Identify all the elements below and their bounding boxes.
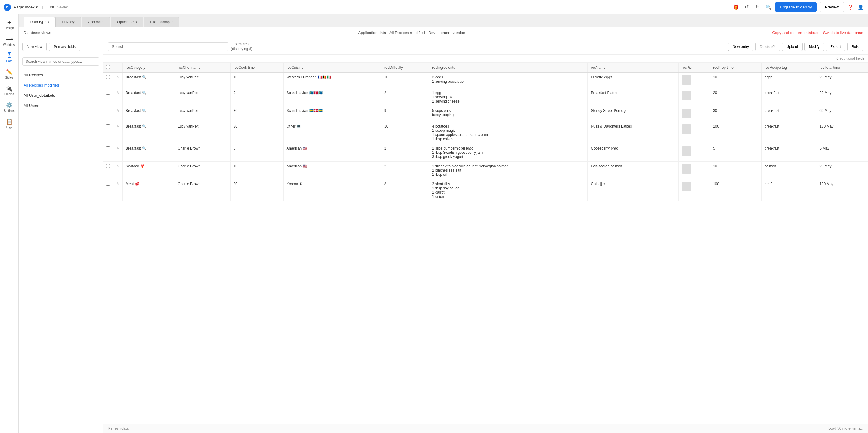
sidebar-item-settings[interactable]: ⚙️ Settings — [1, 99, 18, 115]
cell-cuisine: Western European 🇫🇷🇧🇪🇮🇹 — [283, 73, 381, 88]
search-views-container — [19, 55, 103, 68]
delete-button[interactable]: Delete (0) — [755, 42, 780, 51]
cell-pic — [678, 106, 710, 122]
view-item-all-users[interactable]: All Users ⧉ ✎ — [19, 100, 103, 111]
row-edit-cell[interactable]: ✎ — [113, 88, 123, 106]
row-checkbox[interactable] — [106, 164, 110, 168]
row-edit-cell[interactable]: ✎ — [113, 122, 123, 144]
tab-file-manager[interactable]: File manager — [144, 17, 179, 27]
switch-live-button[interactable]: Switch to live database — [823, 30, 863, 35]
gift-icon[interactable]: 🎁 — [733, 4, 740, 11]
sidebar-item-logs[interactable]: 📋 Logs — [1, 116, 18, 132]
row-checkbox[interactable] — [106, 75, 110, 79]
redo-icon[interactable]: ↻ — [754, 4, 761, 11]
row-checkbox[interactable] — [106, 91, 110, 95]
copy-view-button[interactable]: ⧉ — [89, 103, 93, 108]
upload-button[interactable]: Upload — [782, 42, 803, 51]
row-checkbox[interactable] — [106, 109, 110, 113]
row-checkbox[interactable] — [106, 146, 110, 150]
tab-option-sets[interactable]: Option sets — [111, 17, 143, 27]
new-entry-button[interactable]: New entry — [728, 42, 753, 51]
row-edit-cell[interactable]: ✎ — [113, 162, 123, 179]
cell-pic — [678, 144, 710, 162]
search-icon[interactable]: 🔍 — [765, 4, 772, 11]
cell-cuisine: Scandinavian 🇸🇪🇩🇰🇸🇪 — [283, 106, 381, 122]
col-recIngredients[interactable]: recIngredients — [429, 63, 588, 73]
new-view-button[interactable]: New view — [22, 42, 47, 51]
main-layout: ✦ Design ⟶ Workflow 🗄 Data ✏️ Styles 🔌 P… — [0, 15, 868, 433]
sidebar-item-plugins[interactable]: 🔌 Plugins — [1, 83, 18, 98]
row-edit-cell[interactable]: ✎ — [113, 179, 123, 201]
row-edit-cell[interactable]: ✎ — [113, 106, 123, 122]
col-recDifficulty[interactable]: recDifficulty — [381, 63, 429, 73]
cell-category: Seafood 🦞 — [123, 162, 175, 179]
edit-label: Edit — [47, 5, 54, 9]
chevron-down-icon[interactable]: ▾ — [36, 5, 38, 9]
left-sidebar: ✦ Design ⟶ Workflow 🗄 Data ✏️ Styles 🔌 P… — [0, 15, 19, 433]
col-recCookTime[interactable]: recCook time — [230, 63, 283, 73]
cell-name: Russ & Daughters Latkes — [588, 122, 678, 144]
modify-button[interactable]: Modify — [804, 42, 824, 51]
tab-app-data[interactable]: App data — [82, 17, 110, 27]
copy-view-button[interactable]: ⧉ — [89, 82, 93, 88]
row-checkbox[interactable] — [106, 182, 110, 186]
undo-icon[interactable]: ↺ — [743, 4, 750, 11]
export-button[interactable]: Export — [826, 42, 845, 51]
cell-prep-time: 10 — [710, 73, 761, 88]
row-checkbox[interactable] — [106, 124, 110, 128]
col-recPrepTime[interactable]: recPrep time — [710, 63, 761, 73]
cell-difficulty: 10 — [381, 73, 429, 88]
copy-restore-button[interactable]: Copy and restore database — [772, 30, 819, 35]
col-recCuisine[interactable]: recCuisine — [283, 63, 381, 73]
sidebar-item-data[interactable]: 🗄 Data — [1, 50, 18, 65]
row-edit-cell[interactable]: ✎ — [113, 144, 123, 162]
col-recPic[interactable]: recPic — [678, 63, 710, 73]
sidebar-item-styles[interactable]: ✏️ Styles — [1, 66, 18, 82]
cell-cuisine: Scandinavian 🇸🇪🇩🇰🇸🇪 — [283, 88, 381, 106]
load-more-button[interactable]: Load 50 more items... — [828, 426, 863, 431]
view-item-all-user-detaileds[interactable]: All User_detaileds ⧉ ✎ — [19, 90, 103, 100]
account-icon[interactable]: 👤 — [857, 4, 864, 11]
tab-data-types[interactable]: Data types — [24, 17, 55, 27]
col-recName[interactable]: recName — [588, 63, 678, 73]
sidebar-item-label: Styles — [5, 76, 13, 79]
topbar: b Page: index ▾ | Edit Saved 🎁 ↺ ↻ 🔍 Upg… — [0, 0, 868, 15]
recipe-image — [682, 109, 691, 118]
upgrade-button[interactable]: Upgrade to deploy — [775, 2, 817, 12]
cell-ingredients: 5 cups oatsfancy toppings — [429, 106, 588, 122]
refresh-data-button[interactable]: Refresh data — [108, 426, 129, 431]
table-container[interactable]: recCategory recChef name recCook time re… — [103, 63, 868, 424]
select-all-checkbox[interactable] — [106, 65, 110, 69]
cell-chef: Charlie Brown — [175, 179, 230, 201]
cell-name: Galbi jjim — [588, 179, 678, 201]
primary-fields-button[interactable]: Primary fields — [49, 42, 80, 51]
preview-button[interactable]: Preview — [820, 2, 844, 12]
view-item-all-recipes-modified[interactable]: All Recipes modified 🗑 ⧉ ✎ — [19, 80, 103, 90]
col-recRecipeTag[interactable]: recRecipe tag — [761, 63, 816, 73]
sidebar-item-design[interactable]: ✦ Design — [1, 17, 18, 32]
search-views-input[interactable] — [22, 57, 99, 66]
help-icon[interactable]: ❓ — [847, 4, 854, 11]
view-item-all-recipes[interactable]: All Recipes ⧉ ✎ — [19, 70, 103, 80]
bulk-button[interactable]: Bulk — [847, 42, 863, 51]
search-input[interactable] — [108, 42, 228, 51]
tab-privacy[interactable]: Privacy — [56, 17, 81, 27]
edit-view-button[interactable]: ✎ — [94, 103, 98, 108]
edit-view-button[interactable]: ✎ — [94, 93, 98, 98]
cell-prep-time: 5 — [710, 144, 761, 162]
table-row: ✎ Breakfast 🔍 Charlie Brown 0 American 🇺… — [103, 144, 868, 162]
row-edit-cell[interactable]: ✎ — [113, 73, 123, 88]
sidebar-item-workflow[interactable]: ⟶ Workflow — [1, 33, 18, 49]
edit-view-button[interactable]: ✎ — [94, 82, 98, 88]
page-selector[interactable]: Page: index ▾ — [14, 5, 38, 9]
col-recChefName[interactable]: recChef name — [175, 63, 230, 73]
copy-view-button[interactable]: ⧉ — [89, 93, 93, 98]
col-recCategory[interactable]: recCategory — [123, 63, 175, 73]
data-icon: 🗄 — [7, 53, 12, 59]
col-recTotalTime[interactable]: recTotal time — [816, 63, 868, 73]
views-toolbar: New view Primary fields — [19, 39, 103, 55]
copy-view-button[interactable]: ⧉ — [89, 72, 93, 78]
delete-view-button[interactable]: 🗑 — [83, 82, 87, 88]
cell-recipe-tag: breakfast — [761, 144, 816, 162]
edit-view-button[interactable]: ✎ — [94, 72, 98, 78]
